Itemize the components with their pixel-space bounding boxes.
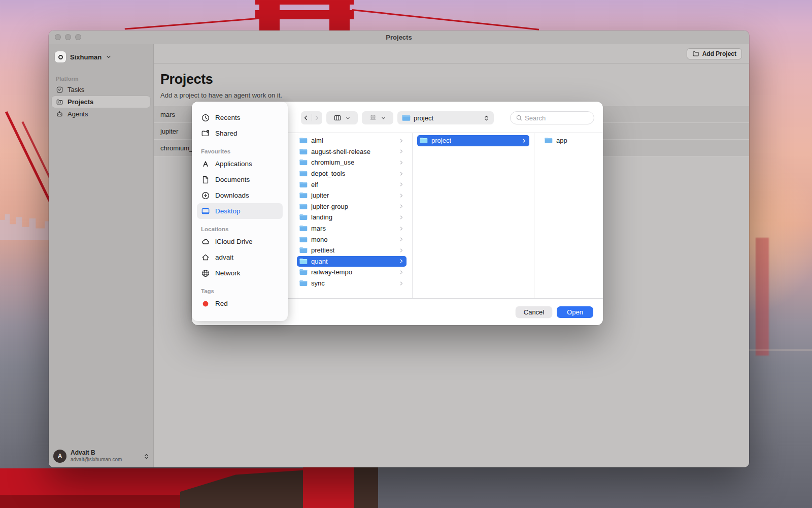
agents-icon (56, 110, 63, 118)
file-row[interactable]: quant (297, 256, 407, 267)
window-controls (55, 34, 81, 40)
file-row[interactable]: august-shell-release (297, 146, 407, 157)
chevron-right-icon (399, 226, 404, 231)
file-row[interactable]: railway-tempo (297, 267, 407, 278)
dialog-toolbar: project (301, 111, 594, 124)
sidebar-section-label: Locations (201, 226, 283, 232)
folder-icon (692, 50, 699, 57)
org-logo-icon (55, 51, 66, 62)
chevron-right-icon (399, 182, 404, 187)
open-button[interactable]: Open (557, 306, 593, 318)
globe-icon (201, 269, 210, 278)
avatar: A (53, 450, 66, 463)
folder-icon (299, 148, 308, 155)
org-switcher[interactable]: Sixhuman (53, 49, 149, 65)
chevron-right-icon (399, 193, 404, 198)
page-subtitle: Add a project to have an agent work on i… (160, 91, 749, 99)
chevron-right-icon (399, 248, 404, 253)
user-name: Advait B (71, 450, 139, 457)
sidebar-item[interactable]: Projects (52, 96, 150, 108)
chevron-right-icon (399, 149, 404, 154)
chevron-right-icon (313, 114, 320, 121)
zoom-window-button[interactable] (75, 34, 81, 40)
sidebar-section-label: Platform (56, 76, 153, 82)
sidebar-section-label: Tags (201, 288, 283, 294)
org-name: Sixhuman (70, 53, 101, 61)
bridge-tower-right (756, 238, 769, 356)
path-dropdown[interactable]: project (397, 111, 494, 124)
add-project-button[interactable]: Add Project (687, 48, 742, 59)
folder-icon (299, 269, 308, 275)
file-row[interactable]: jupiter (297, 190, 407, 201)
dialog-sidebar-item[interactable]: iCloud Drive (197, 234, 283, 249)
file-row[interactable]: elf (297, 179, 407, 190)
dialog-sidebar-item[interactable]: Applications (197, 156, 283, 172)
chevron-right-icon (399, 270, 404, 275)
forward-button[interactable] (313, 114, 321, 122)
nav-buttons (301, 111, 322, 124)
bridge-cable (125, 17, 264, 30)
window-titlebar[interactable]: Projects (49, 30, 749, 44)
user-menu[interactable]: A Advait B advait@sixhuman.com (53, 450, 150, 463)
file-row[interactable]: jupiter-group (297, 201, 407, 212)
group-icon (369, 114, 377, 122)
chevron-right-icon (399, 138, 404, 143)
tasks-icon (56, 86, 63, 93)
group-button[interactable] (362, 111, 393, 124)
file-row[interactable]: chromium_use (297, 157, 407, 168)
dialog-sidebar-item[interactable]: Desktop (197, 203, 283, 219)
sidebar-item[interactable]: Tasks (52, 84, 150, 96)
file-row[interactable]: mars (297, 223, 407, 234)
back-button[interactable] (302, 114, 311, 122)
file-row[interactable]: depot_tools (297, 168, 407, 179)
file-browser: project aiml (288, 102, 603, 325)
clock-icon (201, 113, 210, 122)
file-row[interactable]: landing (297, 212, 407, 223)
sidebar-section-label: Favourites (201, 148, 283, 154)
chevron-right-icon (399, 204, 404, 209)
view-mode-button[interactable] (326, 111, 358, 124)
dialog-sidebar-item[interactable]: Red (197, 296, 283, 311)
sidebar-item[interactable]: Agents (52, 108, 150, 120)
page-title: Projects (160, 72, 749, 87)
applications-icon (201, 160, 210, 169)
file-row[interactable]: mono (297, 234, 407, 245)
bridge-pillar (303, 464, 354, 508)
file-row[interactable]: aiml (297, 135, 407, 146)
chevron-right-icon (399, 215, 404, 220)
file-open-dialog: Recents Shared Favourites Applications D… (192, 102, 603, 325)
close-window-button[interactable] (55, 34, 61, 40)
dialog-sidebar-item[interactable]: Recents (197, 110, 283, 125)
folder-icon (545, 137, 553, 144)
dialog-sidebar-item[interactable]: Downloads (197, 187, 283, 203)
dialog-sidebar: Recents Shared Favourites Applications D… (192, 102, 288, 321)
red-tag-icon (201, 299, 210, 308)
file-row[interactable]: prettiest (297, 245, 407, 256)
folder-icon (402, 114, 411, 121)
browser-column-2: project (413, 133, 534, 298)
chevron-right-icon (399, 259, 404, 264)
bridge-cable (352, 9, 539, 30)
search-input[interactable] (525, 114, 589, 122)
home-icon (201, 253, 210, 262)
folder-icon (299, 181, 308, 188)
folder-icon (299, 247, 308, 253)
file-row[interactable]: app (542, 135, 598, 146)
dialog-sidebar-item[interactable]: advait (197, 249, 283, 265)
file-row[interactable]: sync (297, 278, 407, 289)
folder-icon (299, 225, 308, 232)
app-sidebar: Sixhuman Platform Tasks Projects (49, 44, 154, 467)
file-row[interactable]: project (417, 135, 529, 146)
projects-icon (56, 98, 63, 106)
chevron-right-icon (399, 160, 404, 165)
user-email: advait@sixhuman.com (71, 457, 139, 463)
dialog-sidebar-item[interactable]: Shared (197, 125, 283, 141)
dialog-sidebar-item[interactable]: Documents (197, 172, 283, 187)
minimize-window-button[interactable] (65, 34, 71, 40)
dialog-sidebar-item[interactable]: Network (197, 265, 283, 281)
search-field[interactable] (510, 111, 594, 124)
chevron-down-icon (381, 115, 386, 121)
cancel-button[interactable]: Cancel (516, 306, 552, 318)
folder-icon (299, 159, 308, 166)
chevron-right-icon (399, 171, 404, 176)
